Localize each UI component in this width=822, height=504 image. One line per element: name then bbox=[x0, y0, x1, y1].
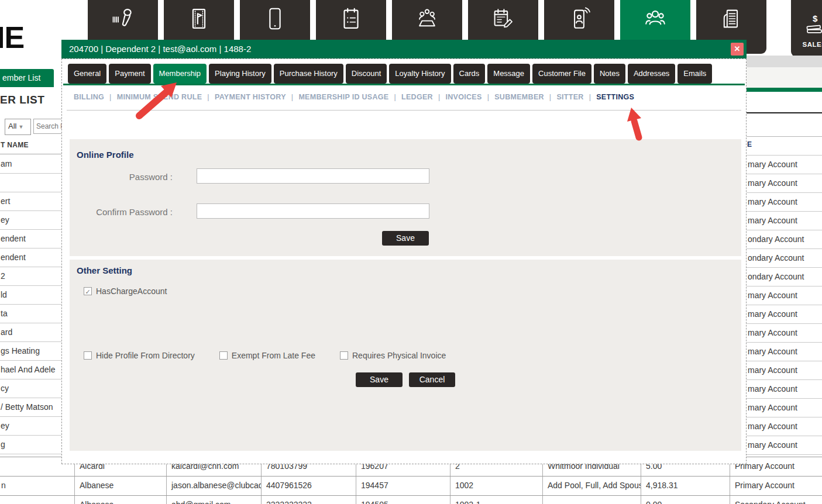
other-setting-save-button[interactable]: Save bbox=[356, 372, 403, 387]
barcode-scanner-icon bbox=[109, 5, 136, 32]
table-cell: n bbox=[0, 477, 75, 495]
other-setting-section: Other Setting ✓HasChargeAccount Hide Pro… bbox=[70, 260, 741, 451]
tab-membership[interactable]: Membership bbox=[153, 64, 207, 84]
account-type-cell: mary Account bbox=[747, 193, 822, 212]
table-cell: 1002 bbox=[450, 477, 543, 495]
modal-title-bar: 204700 | Dependent 2 | test@aol.com | 14… bbox=[61, 40, 747, 58]
table-cell bbox=[0, 496, 75, 504]
subnav-invoices[interactable]: INVOICES bbox=[446, 93, 482, 101]
account-type-cell: mary Account bbox=[747, 174, 822, 193]
checkbox-hide-profile-from-directory[interactable]: Hide Profile From Directory bbox=[84, 351, 195, 360]
mobile-device-icon bbox=[262, 5, 288, 32]
tab-playing-history[interactable]: Playing History bbox=[209, 64, 271, 84]
member-modal: 204700 | Dependent 2 | test@aol.com | 14… bbox=[61, 40, 747, 464]
subnav-payment-history[interactable]: PAYMENT HISTORY bbox=[215, 93, 286, 101]
subnav-ledger[interactable]: LEDGER bbox=[401, 93, 433, 101]
modal-tabs: GeneralPaymentMembershipPlaying HistoryP… bbox=[68, 64, 742, 84]
subnav-divider bbox=[67, 110, 741, 111]
tab-notes[interactable]: Notes bbox=[594, 64, 625, 84]
tab-cards[interactable]: Cards bbox=[453, 64, 486, 84]
member-filter-value: All bbox=[8, 122, 16, 130]
right-strip-band bbox=[747, 56, 822, 67]
table-row[interactable]: Albaneseabd@gmail.com2222222222194505100… bbox=[0, 496, 822, 504]
subnav-separator: | bbox=[438, 93, 441, 101]
online-profile-section: Online Profile Password : Confirm Passwo… bbox=[70, 139, 741, 256]
tab-loyalty-history[interactable]: Loyalty History bbox=[389, 64, 450, 84]
table-cell bbox=[543, 496, 641, 504]
account-type-cell: mary Account bbox=[747, 324, 822, 343]
subnav-membership-id-usage[interactable]: MEMBERSHIP ID USAGE bbox=[298, 93, 388, 101]
tab-addresses[interactable]: Addresses bbox=[628, 64, 675, 84]
table-cell: 1002-1 bbox=[450, 496, 543, 504]
right-strip-band-light bbox=[747, 67, 822, 88]
subnav-minimum-spend-rule[interactable]: MINIMUM SPEND RULE bbox=[117, 93, 202, 101]
account-type-cell: ondary Account bbox=[747, 230, 822, 249]
checkbox-row-primary: ✓HasChargeAccount bbox=[84, 286, 167, 296]
table-row[interactable]: nAlbanesejason.albanese@clubcad440796152… bbox=[0, 477, 822, 496]
tab-emails[interactable]: Emails bbox=[677, 64, 712, 84]
modal-body: GeneralPaymentMembershipPlaying HistoryP… bbox=[61, 58, 747, 464]
password-label: Password : bbox=[70, 172, 173, 182]
table-cell: Albanese bbox=[75, 496, 167, 504]
online-profile-save-button[interactable]: Save bbox=[382, 231, 429, 246]
table-cell: jason.albanese@clubcad bbox=[167, 477, 262, 495]
right-table-strip: E mary Accountmary Accountmary Accountma… bbox=[747, 0, 822, 504]
subnav-separator: | bbox=[207, 93, 209, 101]
member-list-tab[interactable]: ember List bbox=[0, 69, 54, 87]
subnav-separator: | bbox=[394, 93, 396, 101]
checkbox-unchecked-icon bbox=[219, 351, 228, 360]
tab-payment[interactable]: Payment bbox=[109, 64, 150, 84]
table-cell: Add Pool, Full, Add Spous bbox=[543, 477, 641, 495]
account-type-cell: mary Account bbox=[747, 305, 822, 324]
account-type-cell: ondary Account bbox=[747, 249, 822, 268]
banquet-meeting-icon bbox=[414, 5, 441, 32]
member-filter-select[interactable]: All▼ bbox=[5, 119, 31, 135]
tab-message[interactable]: Message bbox=[487, 64, 530, 84]
confirm-password-field[interactable] bbox=[197, 203, 429, 219]
table-cell: 194505 bbox=[356, 496, 450, 504]
account-type-cell: mary Account bbox=[747, 417, 822, 436]
subnav-separator: | bbox=[589, 93, 591, 101]
checkbox-label: HasChargeAccount bbox=[96, 286, 167, 296]
chevron-down-icon: ▼ bbox=[18, 124, 23, 130]
right-strip-gray-line bbox=[747, 136, 822, 137]
subnav-sitter[interactable]: SITTER bbox=[556, 93, 583, 101]
subnav-separator: | bbox=[291, 93, 294, 101]
table-cell: 4407961526 bbox=[262, 477, 356, 495]
checkbox-row-secondary: Hide Profile From DirectoryExempt From L… bbox=[84, 351, 446, 360]
account-type-cell: mary Account bbox=[747, 286, 822, 305]
account-type-rows: mary Accountmary Accountmary Accountmary… bbox=[747, 155, 822, 455]
account-type-cell: mary Account bbox=[747, 156, 822, 174]
subnav-submember[interactable]: SUBMEMBER bbox=[494, 93, 544, 101]
close-icon[interactable]: ✕ bbox=[731, 43, 744, 56]
account-type-cell: ondary Account bbox=[747, 268, 822, 286]
tab-discount[interactable]: Discount bbox=[346, 64, 387, 84]
subnav-settings[interactable]: SETTINGS bbox=[596, 93, 634, 101]
account-type-cell: mary Account bbox=[747, 343, 822, 361]
checkbox-requires-physical-invoice[interactable]: Requires Physical Invoice bbox=[340, 351, 446, 360]
checkbox-label: Hide Profile From Directory bbox=[96, 351, 195, 360]
checkbox-unchecked-icon bbox=[84, 351, 92, 360]
tab-general[interactable]: General bbox=[68, 64, 106, 84]
right-strip-dark-line bbox=[747, 112, 822, 113]
confirm-password-label: Confirm Password : bbox=[70, 207, 173, 217]
app-logo: IE bbox=[0, 20, 24, 55]
account-type-cell: mary Account bbox=[747, 380, 822, 399]
subnav-billing[interactable]: BILLING bbox=[74, 93, 104, 101]
account-type-cell: mary Account bbox=[747, 212, 822, 230]
table-cell: Primary Account bbox=[730, 477, 822, 495]
password-field[interactable] bbox=[197, 168, 429, 184]
table-cell: Albanese bbox=[75, 477, 167, 495]
right-column-header-partial: E bbox=[747, 140, 752, 149]
modal-subnav: BILLING|MINIMUM SPEND RULE|PAYMENT HISTO… bbox=[74, 93, 741, 101]
table-cell: 0.00 bbox=[641, 496, 730, 504]
subnav-separator: | bbox=[487, 93, 490, 101]
checkbox-label: Exempt From Late Fee bbox=[232, 351, 315, 360]
checkbox-checked-icon: ✓ bbox=[84, 287, 92, 295]
checkbox-exempt-from-late-fee[interactable]: Exempt From Late Fee bbox=[219, 351, 315, 360]
phone-contact-icon bbox=[566, 5, 593, 32]
other-setting-cancel-button[interactable]: Cancel bbox=[409, 372, 455, 387]
tab-purchase-history[interactable]: Purchase History bbox=[274, 64, 343, 84]
tab-customer-file[interactable]: Customer File bbox=[532, 64, 591, 84]
checkbox-haschargeaccount[interactable]: ✓HasChargeAccount bbox=[84, 286, 167, 296]
